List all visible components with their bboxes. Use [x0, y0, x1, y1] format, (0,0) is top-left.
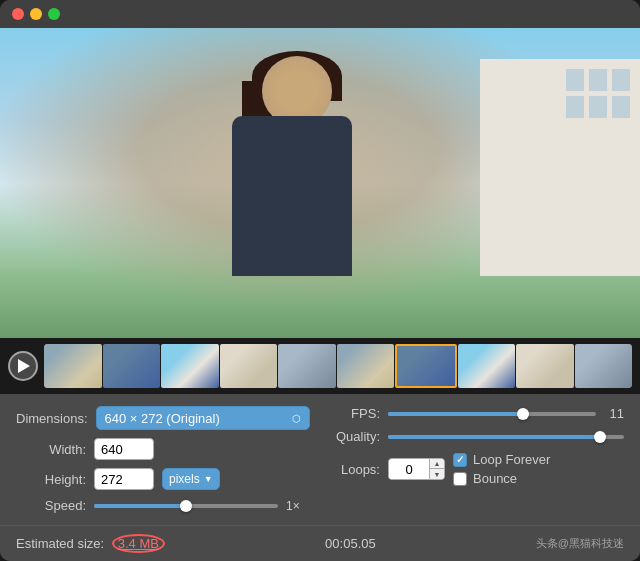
height-input[interactable] [94, 468, 154, 490]
window-4 [566, 96, 584, 118]
quality-label: Quality: [330, 429, 380, 444]
fps-slider-thumb[interactable] [517, 408, 529, 420]
estimated-size-label: Estimated size: [16, 536, 104, 551]
minimize-button[interactable] [30, 8, 42, 20]
quality-slider-fill [388, 435, 600, 439]
fps-slider-fill [388, 412, 523, 416]
bounce-checkbox[interactable] [453, 472, 467, 486]
close-button[interactable] [12, 8, 24, 20]
thumb-8[interactable] [458, 344, 516, 388]
thumb-7-active[interactable] [395, 344, 457, 388]
title-bar [0, 0, 640, 28]
thumb-9[interactable] [516, 344, 574, 388]
dimensions-row: Dimensions: 640 × 272 (Original) ⬡ [16, 406, 310, 430]
building-bg [480, 59, 640, 276]
window-6 [612, 96, 630, 118]
loop-forever-row: Loop Forever [453, 452, 550, 467]
controls-panel: Dimensions: 640 × 272 (Original) ⬡ Width… [0, 394, 640, 525]
loops-row: Loops: ▲ ▼ Loop Forever Bounce [330, 452, 624, 486]
height-row: Height: pixels ▼ [16, 468, 310, 490]
unit-select[interactable]: pixels ▼ [162, 468, 220, 490]
right-controls: FPS: 11 Quality: Loops: [330, 406, 624, 513]
window-2 [589, 69, 607, 91]
unit-value: pixels [169, 472, 200, 486]
video-scene [0, 28, 640, 338]
speed-label: Speed: [16, 498, 86, 513]
video-preview [0, 28, 640, 338]
loops-arrows: ▲ ▼ [429, 458, 444, 480]
window-5 [589, 96, 607, 118]
loops-stepper[interactable]: ▲ ▼ [388, 458, 445, 480]
thumb-6[interactable] [337, 344, 395, 388]
speed-slider[interactable] [94, 504, 278, 508]
play-icon [18, 359, 30, 373]
dimensions-select[interactable]: 640 × 272 (Original) ⬡ [96, 406, 310, 430]
thumb-1[interactable] [44, 344, 102, 388]
loop-forever-label: Loop Forever [473, 452, 550, 467]
loops-label: Loops: [330, 462, 380, 477]
duration-display: 00:05.05 [325, 536, 376, 551]
dimensions-label: Dimensions: [16, 411, 88, 426]
loops-down-button[interactable]: ▼ [430, 469, 444, 480]
speed-value: 1× [286, 499, 310, 513]
window-1 [566, 69, 584, 91]
thumb-3[interactable] [161, 344, 219, 388]
thumb-5[interactable] [278, 344, 336, 388]
person-body [232, 116, 352, 276]
width-row: Width: [16, 438, 310, 460]
bounce-row: Bounce [453, 471, 550, 486]
fps-label: FPS: [330, 406, 380, 421]
width-label: Width: [16, 442, 86, 457]
window-3 [612, 69, 630, 91]
quality-slider-thumb[interactable] [594, 431, 606, 443]
thumb-10[interactable] [575, 344, 633, 388]
loop-options-group: Loop Forever Bounce [453, 452, 550, 486]
watermark: 头条@黑猫科技迷 [536, 536, 624, 551]
speed-row: Speed: 1× [16, 498, 310, 513]
bottom-bar: Estimated size: 3.4 MB 00:05.05 头条@黑猫科技迷 [0, 525, 640, 561]
thumbnail-strip [44, 344, 632, 388]
estimated-size-value: 3.4 MB [112, 534, 165, 553]
maximize-button[interactable] [48, 8, 60, 20]
fps-value: 11 [604, 406, 624, 421]
dimensions-value: 640 × 272 (Original) [105, 411, 220, 426]
speed-slider-thumb[interactable] [180, 500, 192, 512]
traffic-lights [12, 8, 60, 20]
loops-up-button[interactable]: ▲ [430, 458, 444, 469]
bounce-label: Bounce [473, 471, 517, 486]
building-windows [566, 69, 630, 118]
estimated-size-group: Estimated size: 3.4 MB [16, 536, 165, 551]
loops-input[interactable] [389, 460, 429, 479]
width-input[interactable] [94, 438, 154, 460]
speed-slider-fill [94, 504, 186, 508]
play-button[interactable] [8, 351, 38, 381]
main-window: Dimensions: 640 × 272 (Original) ⬡ Width… [0, 0, 640, 561]
height-label: Height: [16, 472, 86, 487]
fps-slider[interactable] [388, 412, 596, 416]
quality-slider[interactable] [388, 435, 624, 439]
person-figure [192, 56, 392, 276]
left-controls: Dimensions: 640 × 272 (Original) ⬡ Width… [16, 406, 310, 513]
thumb-4[interactable] [220, 344, 278, 388]
filmstrip [0, 338, 640, 394]
thumb-2[interactable] [103, 344, 161, 388]
quality-row: Quality: [330, 429, 624, 444]
loop-forever-checkbox[interactable] [453, 453, 467, 467]
dimensions-arrow-icon: ⬡ [292, 413, 301, 424]
unit-arrow-icon: ▼ [204, 474, 213, 484]
fps-row: FPS: 11 [330, 406, 624, 421]
